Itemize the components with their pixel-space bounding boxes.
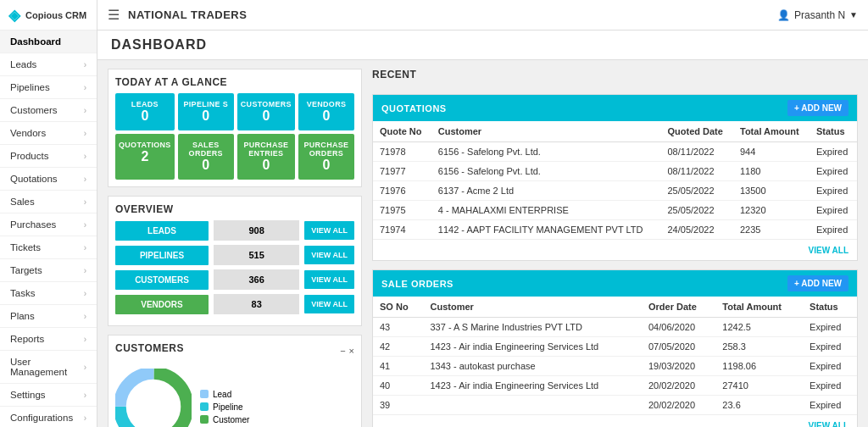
close-chart-button[interactable]: × (349, 346, 354, 356)
glance-value-vendors: 0 (302, 108, 351, 124)
cell-quoted-date: 25/05/2022 (660, 181, 733, 201)
cell-quote-no: 71976 (373, 181, 431, 201)
cell-customer: 1423 - Air india Engineering Services Lt… (424, 337, 642, 357)
sidebar-label-customers: Customers (10, 105, 58, 115)
view-all-vendors-button[interactable]: VIEW ALL (304, 295, 354, 313)
col-total-amount: Total Amount (715, 297, 803, 318)
glance-card-vendors: VENDORS 0 (298, 93, 354, 130)
view-all-pipelines-button[interactable]: VIEW ALL (304, 246, 354, 264)
col-customer: Customer (424, 297, 642, 318)
cell-total-amount: 258.3 (715, 337, 803, 357)
sidebar-item-settings[interactable]: Settings › (0, 384, 97, 407)
cell-status: Expired (803, 337, 857, 357)
cell-quoted-date: 08/11/2022 (660, 162, 733, 181)
sale-orders-view-all-row: VIEW ALL (373, 414, 857, 427)
glance-value-purchase-entries: 0 (241, 158, 292, 173)
cell-total-amount: 1198.06 (715, 357, 803, 376)
quotations-view-all-link[interactable]: VIEW ALL (809, 246, 849, 255)
company-name: NATIONAL TRADERS (128, 8, 247, 21)
chevron-right-icon: › (84, 312, 86, 321)
cell-total-amount: 27410 (715, 376, 803, 396)
glance-card-pipelines: PIPELINE S 0 (178, 93, 234, 130)
sidebar-item-products[interactable]: Products › (0, 145, 97, 168)
sidebar-item-pipelines[interactable]: Pipelines › (0, 76, 97, 99)
sidebar-item-tasks[interactable]: Tasks › (0, 282, 97, 305)
glance-label-customers: CUSTOMERS (241, 100, 292, 108)
cell-customer: 1423 - Air india Engineering Services Lt… (424, 376, 642, 396)
overview-section: OVERVIEW LEADS 908 VIEW ALL PIPELINES 51… (108, 196, 362, 326)
sidebar: ◈ Copious CRM Dashboard Leads › Pipeline… (0, 0, 97, 427)
table-row: 71976 6137 - Acme 2 Ltd 25/05/2022 13500… (373, 181, 857, 201)
overview-bar-vendors: VENDORS (115, 295, 209, 314)
chevron-right-icon: › (84, 220, 86, 230)
glance-value-leads: 0 (119, 108, 171, 124)
add-new-sale-order-button[interactable]: + ADD NEW (787, 275, 849, 291)
sale-orders-section: SALE ORDERS + ADD NEW SO No Customer Ord… (372, 269, 858, 427)
cell-customer: 6156 - Safelong Pvt. Ltd. (431, 142, 661, 162)
main-body: TODAY AT A GLANCE LEADS 0 PIPELINE S 0 C… (97, 60, 868, 427)
sale-orders-table: SO No Customer Order Date Total Amount S… (373, 297, 857, 414)
glance-label-vendors: VENDORS (302, 100, 351, 108)
table-row: 71974 1142 - AAPT FACILITY MANAGEMENT PV… (373, 220, 857, 240)
username: Prasanth N (794, 9, 845, 21)
sidebar-item-vendors[interactable]: Vendors › (0, 122, 97, 145)
view-all-leads-button[interactable]: VIEW ALL (304, 221, 354, 240)
menu-icon[interactable]: ☰ (108, 7, 120, 23)
sidebar-item-leads[interactable]: Leads › (0, 53, 97, 76)
page-title: DASHBOARD (111, 37, 854, 53)
sidebar-item-configurations[interactable]: Configurations › (0, 407, 97, 427)
view-all-customers-button[interactable]: VIEW ALL (304, 270, 354, 289)
sidebar-label-targets: Targets (10, 265, 42, 275)
overview-bar-leads: LEADS (115, 221, 209, 241)
cell-status: Expired (810, 181, 857, 201)
quotations-title: QUOTATIONS (381, 103, 447, 114)
glance-card-purchase-orders: PURCHASE ORDERS 0 (298, 134, 354, 180)
cell-customer: 6156 - Safelong Pvt. Ltd. (431, 162, 661, 181)
table-row: 41 1343 - autokast purchase 19/03/2020 1… (373, 357, 857, 376)
cell-order-date: 19/03/2020 (642, 357, 715, 376)
sidebar-item-customers[interactable]: Customers › (0, 99, 97, 122)
customers-chart-header: CUSTOMERS − × (115, 342, 354, 359)
overview-value-leads: 908 (214, 220, 299, 241)
cell-total-amount: 2235 (733, 220, 810, 240)
overview-row-pipelines: PIPELINES 515 VIEW ALL (115, 245, 354, 265)
cell-quote-no: 71975 (373, 201, 431, 220)
logo-text: Copious CRM (25, 10, 86, 20)
sidebar-item-purchases[interactable]: Purchases › (0, 214, 97, 236)
sidebar-label-settings: Settings (10, 390, 46, 400)
overview-row-leads: LEADS 908 VIEW ALL (115, 220, 354, 241)
sidebar-item-tickets[interactable]: Tickets › (0, 236, 97, 259)
sidebar-item-targets[interactable]: Targets › (0, 259, 97, 282)
legend-pipeline: Pipeline (200, 402, 249, 412)
minimize-chart-button[interactable]: − (340, 346, 345, 356)
table-row: 40 1423 - Air india Engineering Services… (373, 376, 857, 396)
sidebar-item-quotations[interactable]: Quotations › (0, 168, 97, 191)
overview-row-customers: CUSTOMERS 366 VIEW ALL (115, 269, 354, 290)
cell-so-no: 42 (373, 337, 424, 357)
sidebar-label-leads: Leads (10, 59, 36, 69)
main-area: ☰ NATIONAL TRADERS 👤 Prasanth N ▼ DASHBO… (97, 0, 868, 427)
cell-status: Expired (803, 318, 857, 337)
add-new-quotation-button[interactable]: + ADD NEW (787, 100, 849, 116)
sidebar-item-dashboard[interactable]: Dashboard (0, 30, 97, 53)
sidebar-label-plans: Plans (10, 311, 35, 321)
sidebar-item-user-management[interactable]: User Management › (0, 351, 97, 384)
sidebar-item-sales[interactable]: Sales › (0, 191, 97, 214)
sidebar-item-reports[interactable]: Reports › (0, 328, 97, 351)
sidebar-label-products: Products (10, 151, 48, 161)
sidebar-label-tickets: Tickets (10, 242, 41, 252)
cell-quote-no: 71978 (373, 142, 431, 162)
glance-label-leads: LEADS (119, 100, 171, 108)
sidebar-label-dashboard: Dashboard (10, 36, 61, 47)
glance-value-quotations: 2 (119, 149, 171, 164)
col-status: Status (810, 121, 857, 142)
cell-order-date: 04/06/2020 (642, 318, 715, 337)
cell-status: Expired (810, 220, 857, 240)
sidebar-item-plans[interactable]: Plans › (0, 305, 97, 328)
glance-label-quotations: QUOTATIONS (119, 141, 171, 149)
legend-dot-customer (200, 415, 209, 424)
sale-orders-view-all-link[interactable]: VIEW ALL (809, 421, 849, 427)
table-row: 71975 4 - MAHALAXMI ENTERPRISE 25/05/202… (373, 201, 857, 220)
col-customer: Customer (431, 121, 661, 142)
cell-status: Expired (803, 376, 857, 396)
